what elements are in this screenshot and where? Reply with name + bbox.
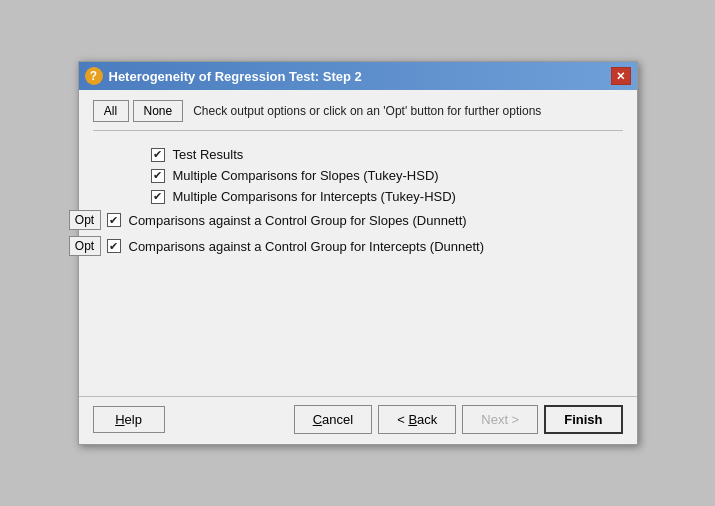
dialog-icon: ? (85, 67, 103, 85)
title-bar: ? Heterogeneity of Regression Test: Step… (79, 62, 637, 90)
none-button[interactable]: None (133, 100, 184, 122)
button-group-right: Cancel < Back Next > Finish (294, 405, 623, 434)
next-button[interactable]: Next > (462, 405, 538, 434)
options-area: Test Results Multiple Comparisons for Sl… (93, 143, 623, 266)
option-row-slopes: Multiple Comparisons for Slopes (Tukey-H… (113, 168, 623, 183)
close-button[interactable]: ✕ (611, 67, 631, 85)
dialog-window: ? Heterogeneity of Regression Test: Step… (78, 61, 638, 445)
button-bar: Help Cancel < Back Next > Finish (79, 396, 637, 444)
checkbox-control-slopes[interactable] (107, 213, 121, 227)
opt-button-control-intercepts[interactable]: Opt (69, 236, 101, 256)
button-group-left: Help (93, 406, 165, 433)
label-control-slopes: Comparisons against a Control Group for … (129, 213, 467, 228)
cancel-button[interactable]: Cancel (294, 405, 372, 434)
instruction-text: Check output options or click on an 'Opt… (193, 104, 541, 118)
help-button[interactable]: Help (93, 406, 165, 433)
top-bar: All None Check output options or click o… (93, 100, 623, 131)
spacer-area (93, 266, 623, 386)
label-slopes: Multiple Comparisons for Slopes (Tukey-H… (173, 168, 439, 183)
all-button[interactable]: All (93, 100, 129, 122)
content-area: All None Check output options or click o… (79, 90, 637, 396)
option-row-test-results: Test Results (113, 147, 623, 162)
checkbox-slopes[interactable] (151, 169, 165, 183)
option-row-control-intercepts: Opt Comparisons against a Control Group … (69, 236, 623, 256)
opt-button-control-slopes[interactable]: Opt (69, 210, 101, 230)
title-bar-left: ? Heterogeneity of Regression Test: Step… (85, 67, 362, 85)
option-row-control-slopes: Opt Comparisons against a Control Group … (69, 210, 623, 230)
checkbox-test-results[interactable] (151, 148, 165, 162)
option-row-intercepts: Multiple Comparisons for Intercepts (Tuk… (113, 189, 623, 204)
label-test-results: Test Results (173, 147, 244, 162)
finish-button[interactable]: Finish (544, 405, 622, 434)
label-control-intercepts: Comparisons against a Control Group for … (129, 239, 485, 254)
checkbox-control-intercepts[interactable] (107, 239, 121, 253)
label-intercepts: Multiple Comparisons for Intercepts (Tuk… (173, 189, 456, 204)
checkbox-intercepts[interactable] (151, 190, 165, 204)
back-button[interactable]: < Back (378, 405, 456, 434)
title-text: Heterogeneity of Regression Test: Step 2 (109, 69, 362, 84)
